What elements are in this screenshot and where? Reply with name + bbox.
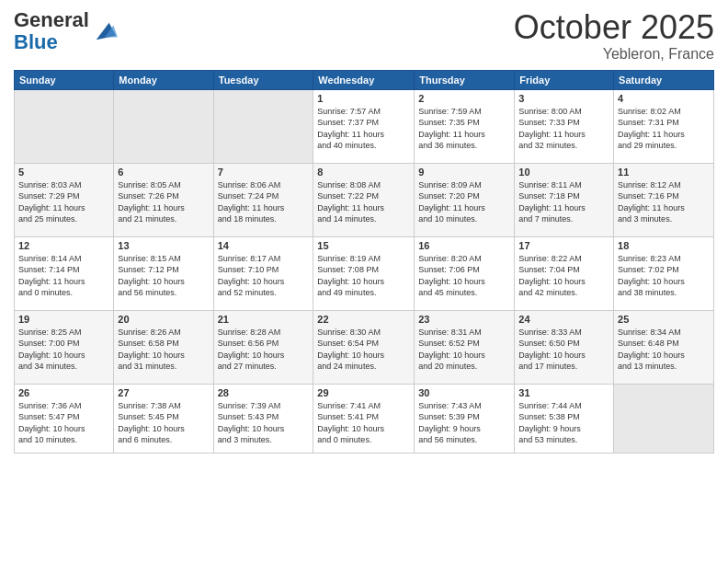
day-number: 21 xyxy=(218,314,310,325)
day-number: 15 xyxy=(317,240,410,251)
day-number: 24 xyxy=(518,314,609,325)
logo-icon xyxy=(92,18,118,44)
day-number: 25 xyxy=(618,314,710,325)
day-number: 30 xyxy=(418,387,510,398)
table-row: 16Sunrise: 8:20 AMSunset: 7:06 PMDayligh… xyxy=(415,236,515,310)
day-info: Sunrise: 8:02 AMSunset: 7:31 PMDaylight:… xyxy=(618,106,710,152)
logo-general-text: General Blue xyxy=(14,9,89,53)
day-info: Sunrise: 7:36 AMSunset: 5:47 PMDaylight:… xyxy=(18,400,109,446)
table-row: 26Sunrise: 7:36 AMSunset: 5:47 PMDayligh… xyxy=(15,384,114,453)
day-info: Sunrise: 8:26 AMSunset: 6:58 PMDaylight:… xyxy=(118,327,209,373)
location: Yebleron, France xyxy=(514,46,714,63)
table-row: 7Sunrise: 8:06 AMSunset: 7:24 PMDaylight… xyxy=(213,163,313,236)
day-number: 8 xyxy=(317,167,410,178)
day-info: Sunrise: 8:22 AMSunset: 7:04 PMDaylight:… xyxy=(518,253,609,299)
col-tuesday: Tuesday xyxy=(213,70,313,89)
day-info: Sunrise: 8:34 AMSunset: 6:48 PMDaylight:… xyxy=(618,327,710,373)
day-number: 3 xyxy=(518,93,609,104)
table-row: 23Sunrise: 8:31 AMSunset: 6:52 PMDayligh… xyxy=(415,310,515,384)
day-info: Sunrise: 7:43 AMSunset: 5:39 PMDaylight:… xyxy=(418,400,510,446)
table-row xyxy=(15,89,114,163)
table-row xyxy=(114,89,213,163)
day-info: Sunrise: 7:38 AMSunset: 5:45 PMDaylight:… xyxy=(118,400,209,446)
title-block: October 2025 Yebleron, France xyxy=(514,9,714,63)
day-info: Sunrise: 8:17 AMSunset: 7:10 PMDaylight:… xyxy=(218,253,310,299)
table-row: 14Sunrise: 8:17 AMSunset: 7:10 PMDayligh… xyxy=(213,236,313,310)
table-row: 19Sunrise: 8:25 AMSunset: 7:00 PMDayligh… xyxy=(15,310,114,384)
table-row: 17Sunrise: 8:22 AMSunset: 7:04 PMDayligh… xyxy=(515,236,614,310)
day-info: Sunrise: 7:44 AMSunset: 5:38 PMDaylight:… xyxy=(518,400,609,446)
day-number: 26 xyxy=(18,387,109,398)
day-number: 6 xyxy=(118,167,209,178)
day-info: Sunrise: 8:25 AMSunset: 7:00 PMDaylight:… xyxy=(18,327,109,373)
day-number: 19 xyxy=(18,314,109,325)
table-row: 24Sunrise: 8:33 AMSunset: 6:50 PMDayligh… xyxy=(515,310,614,384)
table-row xyxy=(614,384,714,453)
day-info: Sunrise: 8:03 AMSunset: 7:29 PMDaylight:… xyxy=(18,179,109,225)
calendar-body: 1Sunrise: 7:57 AMSunset: 7:37 PMDaylight… xyxy=(15,89,714,453)
day-number: 29 xyxy=(317,387,410,398)
table-row: 12Sunrise: 8:14 AMSunset: 7:14 PMDayligh… xyxy=(15,236,114,310)
day-number: 10 xyxy=(518,167,609,178)
day-number: 9 xyxy=(418,167,510,178)
day-info: Sunrise: 8:08 AMSunset: 7:22 PMDaylight:… xyxy=(317,179,410,225)
day-info: Sunrise: 7:59 AMSunset: 7:35 PMDaylight:… xyxy=(418,106,510,152)
table-row: 31Sunrise: 7:44 AMSunset: 5:38 PMDayligh… xyxy=(515,384,614,453)
table-row: 22Sunrise: 8:30 AMSunset: 6:54 PMDayligh… xyxy=(313,310,415,384)
table-row xyxy=(213,89,313,163)
day-number: 2 xyxy=(418,93,510,104)
day-number: 13 xyxy=(118,240,209,251)
day-info: Sunrise: 8:12 AMSunset: 7:16 PMDaylight:… xyxy=(618,179,710,225)
table-row: 13Sunrise: 8:15 AMSunset: 7:12 PMDayligh… xyxy=(114,236,213,310)
day-info: Sunrise: 8:33 AMSunset: 6:50 PMDaylight:… xyxy=(518,327,609,373)
table-row: 28Sunrise: 7:39 AMSunset: 5:43 PMDayligh… xyxy=(213,384,313,453)
header: General Blue October 2025 Yebleron, Fran… xyxy=(14,9,714,63)
table-row: 3Sunrise: 8:00 AMSunset: 7:33 PMDaylight… xyxy=(515,89,614,163)
day-number: 18 xyxy=(618,240,710,251)
table-row: 21Sunrise: 8:28 AMSunset: 6:56 PMDayligh… xyxy=(213,310,313,384)
calendar-header: Sunday Monday Tuesday Wednesday Thursday… xyxy=(15,70,714,89)
table-row: 2Sunrise: 7:59 AMSunset: 7:35 PMDaylight… xyxy=(415,89,515,163)
day-number: 12 xyxy=(18,240,109,251)
table-row: 5Sunrise: 8:03 AMSunset: 7:29 PMDaylight… xyxy=(15,163,114,236)
table-row: 15Sunrise: 8:19 AMSunset: 7:08 PMDayligh… xyxy=(313,236,415,310)
day-number: 5 xyxy=(18,167,109,178)
col-sunday: Sunday xyxy=(15,70,114,89)
table-row: 30Sunrise: 7:43 AMSunset: 5:39 PMDayligh… xyxy=(415,384,515,453)
table-row: 29Sunrise: 7:41 AMSunset: 5:41 PMDayligh… xyxy=(313,384,415,453)
day-info: Sunrise: 8:09 AMSunset: 7:20 PMDaylight:… xyxy=(418,179,510,225)
table-row: 18Sunrise: 8:23 AMSunset: 7:02 PMDayligh… xyxy=(614,236,714,310)
day-info: Sunrise: 8:31 AMSunset: 6:52 PMDaylight:… xyxy=(418,327,510,373)
page: General Blue October 2025 Yebleron, Fran… xyxy=(0,0,728,563)
day-number: 22 xyxy=(317,314,410,325)
table-row: 11Sunrise: 8:12 AMSunset: 7:16 PMDayligh… xyxy=(614,163,714,236)
day-info: Sunrise: 8:23 AMSunset: 7:02 PMDaylight:… xyxy=(618,253,710,299)
day-number: 20 xyxy=(118,314,209,325)
day-info: Sunrise: 7:41 AMSunset: 5:41 PMDaylight:… xyxy=(317,400,410,446)
day-number: 1 xyxy=(317,93,410,104)
day-number: 7 xyxy=(218,167,310,178)
day-info: Sunrise: 8:15 AMSunset: 7:12 PMDaylight:… xyxy=(118,253,209,299)
day-number: 23 xyxy=(418,314,510,325)
table-row: 9Sunrise: 8:09 AMSunset: 7:20 PMDaylight… xyxy=(415,163,515,236)
table-row: 1Sunrise: 7:57 AMSunset: 7:37 PMDaylight… xyxy=(313,89,415,163)
calendar: Sunday Monday Tuesday Wednesday Thursday… xyxy=(14,70,714,454)
day-info: Sunrise: 7:39 AMSunset: 5:43 PMDaylight:… xyxy=(218,400,310,446)
col-monday: Monday xyxy=(114,70,213,89)
logo-text: General Blue xyxy=(14,9,118,53)
table-row: 10Sunrise: 8:11 AMSunset: 7:18 PMDayligh… xyxy=(515,163,614,236)
day-info: Sunrise: 7:57 AMSunset: 7:37 PMDaylight:… xyxy=(317,106,410,152)
day-info: Sunrise: 8:30 AMSunset: 6:54 PMDaylight:… xyxy=(317,327,410,373)
day-info: Sunrise: 8:20 AMSunset: 7:06 PMDaylight:… xyxy=(418,253,510,299)
day-number: 4 xyxy=(618,93,710,104)
day-number: 16 xyxy=(418,240,510,251)
day-info: Sunrise: 8:06 AMSunset: 7:24 PMDaylight:… xyxy=(218,179,310,225)
day-number: 28 xyxy=(218,387,310,398)
day-number: 14 xyxy=(218,240,310,251)
col-saturday: Saturday xyxy=(614,70,714,89)
day-number: 27 xyxy=(118,387,209,398)
table-row: 25Sunrise: 8:34 AMSunset: 6:48 PMDayligh… xyxy=(614,310,714,384)
day-info: Sunrise: 8:05 AMSunset: 7:26 PMDaylight:… xyxy=(118,179,209,225)
table-row: 27Sunrise: 7:38 AMSunset: 5:45 PMDayligh… xyxy=(114,384,213,453)
day-info: Sunrise: 8:28 AMSunset: 6:56 PMDaylight:… xyxy=(218,327,310,373)
